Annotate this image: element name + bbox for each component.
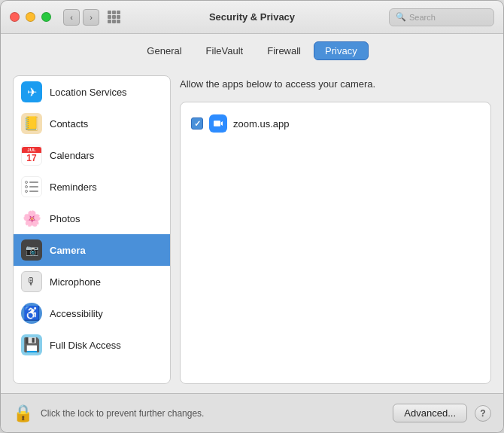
nav-buttons: ‹ › — [63, 9, 99, 26]
sidebar-label-microphone: Microphone — [50, 276, 101, 288]
search-icon: 🔍 — [396, 12, 406, 22]
app-name: zoom.us.app — [233, 118, 289, 130]
sidebar-item-contacts[interactable]: 📒 Contacts — [14, 108, 170, 139]
titlebar: ‹ › Security & Privacy 🔍 Search — [1, 1, 503, 34]
photos-icon: 🌸 — [21, 208, 42, 229]
minimize-button[interactable] — [26, 12, 35, 22]
accessibility-icon: ♿ — [21, 303, 42, 324]
sidebar-item-calendars[interactable]: JUL 17 Calendars — [14, 139, 170, 171]
grid-icon — [108, 11, 120, 23]
sidebar-label-calendars: Calendars — [50, 150, 94, 161]
sidebar-label-fulldisk: Full Disk Access — [50, 340, 121, 351]
contacts-icon: 📒 — [21, 113, 42, 134]
sidebar-label-accessibility: Accessibility — [50, 308, 103, 319]
right-panel: Allow the apps below to access your came… — [180, 75, 491, 384]
bottom-bar: 🔒 Click the lock to prevent further chan… — [1, 393, 503, 432]
grid-button[interactable] — [105, 9, 122, 26]
sidebar-item-location[interactable]: ✈ Location Services — [14, 76, 170, 108]
window-title: Security & Privacy — [209, 11, 295, 23]
apps-list: zoom.us.app — [180, 102, 491, 384]
advanced-button[interactable]: Advanced... — [393, 404, 467, 422]
camera-icon: 📷 — [21, 239, 42, 261]
lock-text: Click the lock to prevent further change… — [41, 408, 385, 419]
panel-description: Allow the apps below to access your came… — [180, 75, 491, 96]
calendars-icon: JUL 17 — [21, 145, 42, 166]
app-row: zoom.us.app — [188, 110, 483, 137]
sidebar-item-reminders[interactable]: Reminders — [14, 171, 170, 203]
microphone-icon: 🎙 — [21, 271, 42, 292]
sidebar-item-photos[interactable]: 🌸 Photos — [14, 203, 170, 234]
zoom-icon — [209, 114, 227, 133]
tabs-bar: General FileVault Firewall Privacy — [1, 34, 503, 66]
forward-button[interactable]: › — [83, 9, 99, 26]
help-button[interactable]: ? — [475, 405, 491, 422]
sidebar-item-microphone[interactable]: 🎙 Microphone — [14, 266, 170, 297]
tab-filevault[interactable]: FileVault — [195, 41, 255, 60]
reminders-icon — [21, 176, 42, 197]
location-icon: ✈ — [21, 81, 42, 102]
sidebar-item-camera[interactable]: 📷 Camera — [14, 234, 170, 266]
search-placeholder: Search — [409, 13, 436, 22]
tab-privacy[interactable]: Privacy — [314, 41, 369, 60]
traffic-lights — [10, 12, 51, 22]
tab-general[interactable]: General — [135, 41, 193, 60]
fulldisk-icon: 💾 — [21, 334, 42, 355]
main-content: ✈ Location Services 📒 Contacts JUL 17 Ca… — [1, 66, 503, 393]
window: ‹ › Security & Privacy 🔍 Search General … — [0, 0, 504, 433]
sidebar-item-fulldisk[interactable]: 💾 Full Disk Access — [14, 329, 170, 361]
tab-firewall[interactable]: Firewall — [256, 41, 312, 60]
sidebar-label-location: Location Services — [50, 87, 127, 98]
sidebar-label-contacts: Contacts — [50, 118, 88, 130]
sidebar-label-reminders: Reminders — [50, 181, 97, 193]
sidebar-item-accessibility[interactable]: ♿ Accessibility — [14, 297, 170, 329]
lock-icon[interactable]: 🔒 — [13, 404, 33, 423]
sidebar: ✈ Location Services 📒 Contacts JUL 17 Ca… — [13, 75, 171, 384]
sidebar-label-camera: Camera — [50, 245, 86, 256]
search-box[interactable]: 🔍 Search — [389, 8, 494, 26]
close-button[interactable] — [10, 12, 20, 22]
maximize-button[interactable] — [41, 12, 51, 22]
app-checkbox[interactable] — [191, 117, 203, 130]
back-button[interactable]: ‹ — [63, 9, 80, 26]
sidebar-label-photos: Photos — [50, 213, 80, 224]
